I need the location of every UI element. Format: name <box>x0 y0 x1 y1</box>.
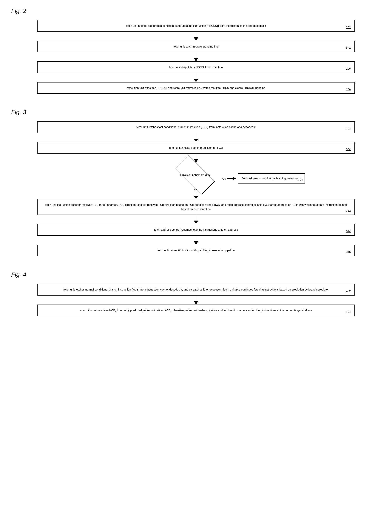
arrow-302-304 <box>194 133 198 142</box>
step-202: fetch unit fetches fast branch condition… <box>37 20 355 32</box>
arrow-314-316 <box>194 236 198 245</box>
arrow-206-208 <box>194 73 198 82</box>
step-404: execution unit resolves NCB; if correctl… <box>37 304 355 316</box>
fig2-flowchart: fetch unit fetches fast branch condition… <box>11 20 381 94</box>
diamond-row: FBCSUI_pending? 306 Yes fetch address co… <box>37 162 355 187</box>
arrow-312-314 <box>194 215 198 224</box>
yes-label: Yes <box>221 177 226 180</box>
arrow-202-204 <box>194 32 198 41</box>
figure-4: Fig. 4 fetch unit fetches normal conditi… <box>11 271 381 316</box>
step-312: fetch unit instruction decoder resolves … <box>37 199 355 215</box>
fig3-flowchart: fetch unit fetches fast conditional bran… <box>11 121 381 256</box>
step-302: fetch unit fetches fast conditional bran… <box>37 121 355 133</box>
fig4-title: Fig. 4 <box>11 271 381 278</box>
step-208: execution unit executes FBCSUI and retir… <box>37 82 355 94</box>
step-304: fetch unit inhibits branch prediction fo… <box>37 142 355 154</box>
arrow-204-206 <box>194 52 198 61</box>
step-402: fetch unit fetches normal conditional br… <box>37 284 355 295</box>
fig3-title: Fig. 3 <box>11 109 381 116</box>
step-204: fetch unit sets FBCSUI_pending flag 204 <box>37 41 355 52</box>
step-314: fetch address control resumes fetching i… <box>37 224 355 236</box>
figure-3: Fig. 3 fetch unit fetches fast condition… <box>11 109 381 256</box>
arrow-402-404 <box>194 295 198 304</box>
step-206: fetch unit dispatches FBCSUI for executi… <box>37 61 355 73</box>
fig4-flowchart: fetch unit fetches normal conditional br… <box>11 284 381 316</box>
step-316: fetch unit retires FCB without dispatchi… <box>37 245 355 256</box>
fig2-title: Fig. 2 <box>11 8 381 14</box>
figure-2: Fig. 2 fetch unit fetches fast branch co… <box>11 8 381 94</box>
step-308: fetch address control stops fetching ins… <box>238 173 305 184</box>
